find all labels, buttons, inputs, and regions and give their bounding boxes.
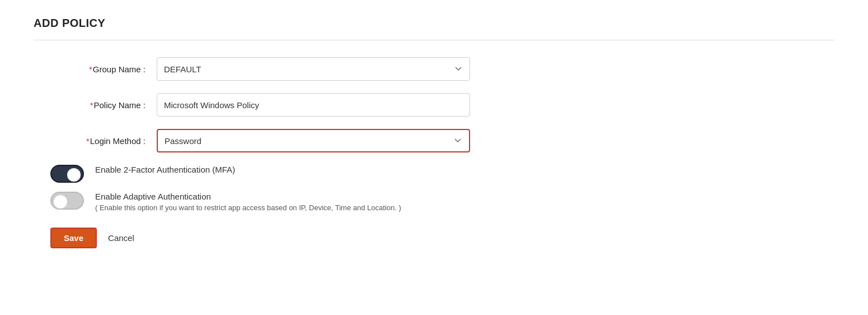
- adaptive-toggle[interactable]: [50, 192, 84, 210]
- login-method-required: *: [86, 136, 90, 146]
- mfa-toggle-row: Enable 2-Factor Authentication (MFA): [34, 165, 834, 183]
- group-name-required: *: [89, 64, 92, 74]
- policy-name-input[interactable]: [157, 93, 470, 117]
- page-title: ADD POLICY: [34, 17, 834, 30]
- group-name-row: *Group Name : DEFAULT CUSTOM ADMIN: [34, 57, 834, 81]
- login-method-row: *Login Method : Password SSO OTP Certifi…: [34, 129, 834, 152]
- mfa-toggle-wrapper: [50, 165, 84, 183]
- login-method-select[interactable]: Password SSO OTP Certificate: [157, 129, 470, 152]
- policy-name-row: *Policy Name :: [34, 93, 834, 117]
- adaptive-toggle-row: Enable Adaptive Authentication ( Enable …: [34, 192, 834, 212]
- adaptive-toggle-slider: [50, 192, 84, 210]
- group-name-label: *Group Name :: [34, 64, 157, 74]
- save-button[interactable]: Save: [50, 228, 97, 248]
- group-name-select[interactable]: DEFAULT CUSTOM ADMIN: [157, 57, 470, 81]
- divider: [34, 40, 834, 40]
- mfa-label-group: Enable 2-Factor Authentication (MFA): [95, 165, 235, 174]
- mfa-label: Enable 2-Factor Authentication (MFA): [95, 165, 235, 174]
- page-container: ADD POLICY *Group Name : DEFAULT CUSTOM …: [0, 0, 868, 315]
- adaptive-toggle-wrapper: [50, 192, 84, 210]
- mfa-toggle-slider: [50, 165, 84, 183]
- adaptive-description: ( Enable this option if you want to rest…: [95, 203, 401, 212]
- cancel-button[interactable]: Cancel: [108, 233, 134, 243]
- login-method-label: *Login Method :: [34, 136, 157, 146]
- policy-name-label: *Policy Name :: [34, 100, 157, 110]
- mfa-toggle[interactable]: [50, 165, 84, 183]
- adaptive-label-group: Enable Adaptive Authentication ( Enable …: [95, 192, 401, 212]
- adaptive-label: Enable Adaptive Authentication: [95, 192, 401, 201]
- policy-name-required: *: [90, 100, 93, 110]
- action-row: Save Cancel: [34, 228, 834, 248]
